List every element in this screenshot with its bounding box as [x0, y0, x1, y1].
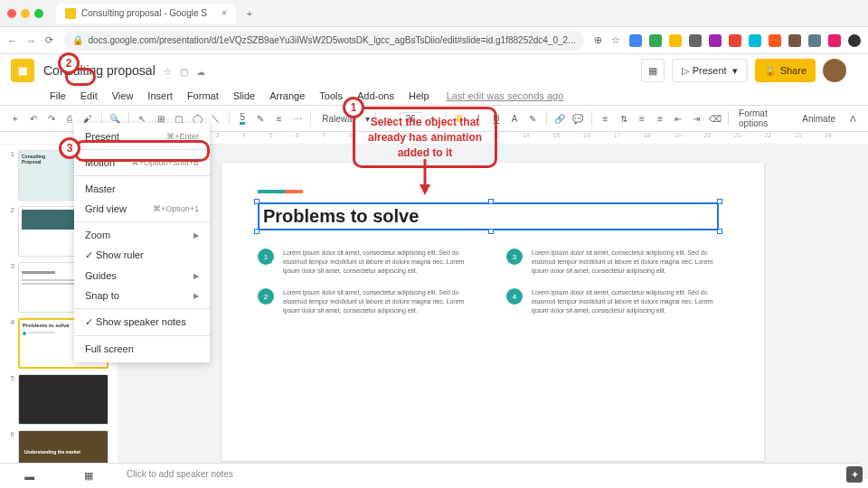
lock-icon: 🔒 [72, 35, 83, 45]
new-tab-button[interactable]: + [247, 8, 252, 19]
content-item[interactable]: 4Lorem ipsum dolor sit amet, consectetur… [506, 288, 728, 314]
profile-icon[interactable] [848, 34, 861, 47]
reload-icon[interactable]: ⟳ [45, 33, 54, 48]
browser-address-bar: ← → ⟳ 🔒 docs.google.com/presentation/d/1… [0, 27, 868, 54]
selection-handle[interactable] [717, 229, 722, 234]
comment-history-icon[interactable]: ▦ [641, 59, 665, 82]
account-avatar[interactable] [823, 59, 846, 82]
ext-icon[interactable] [629, 34, 642, 47]
close-window-icon[interactable] [7, 9, 16, 18]
ext-icon[interactable] [788, 34, 801, 47]
clear-format-icon[interactable]: ⌫ [707, 109, 722, 127]
menu-slide[interactable]: Slide [227, 89, 261, 103]
ext-icon[interactable] [769, 34, 781, 47]
ext-icon[interactable] [689, 34, 702, 47]
menu-edit[interactable]: Edit [74, 89, 104, 103]
comment-icon[interactable]: 💬 [571, 109, 586, 127]
grid-view-icon[interactable]: ▦ [84, 470, 93, 482]
menu-view[interactable]: View [106, 89, 140, 103]
menu-guides[interactable]: Guides▶ [74, 266, 210, 286]
menu-file[interactable]: File [43, 89, 72, 103]
forward-icon[interactable]: → [26, 33, 36, 48]
selection-handle[interactable] [254, 229, 259, 234]
slide-title-textbox[interactable]: Problems to solve [258, 202, 719, 230]
format-options-button[interactable]: Format options [734, 108, 795, 128]
line-spacing-icon[interactable]: ⇅ [616, 109, 631, 127]
selection-handle[interactable] [254, 199, 259, 204]
menu-format[interactable]: Format [181, 89, 225, 103]
animate-button[interactable]: Animate [797, 114, 840, 124]
menu-snapto[interactable]: Snap to▶ [74, 286, 210, 305]
cloud-status-icon[interactable]: ☁ [196, 67, 205, 77]
align-icon[interactable]: ≡ [598, 109, 613, 127]
ext-icon[interactable] [649, 34, 662, 47]
ext-icon[interactable] [669, 34, 682, 47]
menu-help[interactable]: Help [402, 89, 436, 103]
line-icon[interactable]: ＼ [208, 109, 223, 127]
indent-dec-icon[interactable]: ⇤ [671, 109, 686, 127]
content-item[interactable]: 3Lorem ipsum dolor sit amet, consectetur… [506, 249, 728, 275]
menu-speakernotes[interactable]: ✓ Show speaker notes [74, 312, 210, 333]
slide-canvas[interactable]: Problems to solve 1Lorem ipsum dolor sit… [118, 145, 868, 479]
present-button[interactable]: ▷Present▾ [672, 59, 748, 82]
selection-handle[interactable] [488, 229, 494, 234]
border-weight-icon[interactable]: ≡ [271, 109, 287, 127]
undo-icon[interactable]: ↶ [25, 109, 41, 127]
ext-icon[interactable] [729, 34, 741, 47]
url-field[interactable]: 🔒 docs.google.com/presentation/d/1eVQzSZ… [63, 31, 585, 51]
list-number-icon[interactable]: ≡ [634, 109, 649, 127]
selection-handle[interactable] [488, 199, 494, 204]
slides-logo-icon[interactable]: ▦ [11, 59, 34, 82]
menu-arrange[interactable]: Arrange [263, 89, 311, 103]
menu-insert[interactable]: Insert [141, 89, 179, 103]
zoom-indicator-icon[interactable]: ⊕ [593, 33, 602, 48]
explore-icon[interactable]: ✦ [846, 466, 863, 483]
speaker-notes[interactable]: Click to add speaker notes [118, 463, 859, 488]
indent-inc-icon[interactable]: ⇥ [689, 109, 704, 127]
highlight-icon[interactable]: ✎ [525, 109, 541, 127]
menu-showruler[interactable]: ✓ Show ruler [74, 245, 210, 266]
menu-zoom[interactable]: Zoom▶ [74, 225, 210, 245]
star-icon[interactable]: ☆ [611, 33, 620, 48]
close-tab-icon[interactable]: × [222, 8, 227, 18]
menubar: File Edit View Insert Format Slide Arran… [0, 87, 868, 105]
window-controls [7, 9, 43, 18]
content-item[interactable]: 2Lorem ipsum dolor sit amet, consectetur… [258, 288, 479, 314]
menu-fullscreen[interactable]: Full screen [74, 339, 210, 359]
move-doc-icon[interactable]: ▢ [180, 67, 188, 77]
last-edit-link[interactable]: Last edit was seconds ago [447, 90, 564, 101]
star-doc-icon[interactable]: ☆ [164, 67, 172, 77]
arrow-icon [416, 159, 434, 195]
maximize-window-icon[interactable] [34, 9, 43, 18]
minimize-window-icon[interactable] [21, 9, 30, 18]
content-item[interactable]: 1Lorem ipsum dolor sit amet, consectetur… [258, 249, 479, 275]
slide-thumb[interactable]: 5 [5, 374, 112, 425]
selection-handle[interactable] [717, 199, 722, 204]
app-header: ▦ Consulting proposal ☆ ▢ ☁ ▦ ▷Present▾ … [0, 54, 868, 87]
callout-badge: 2 [58, 52, 80, 74]
filmstrip-view-icon[interactable]: ▬ [24, 471, 34, 482]
menu-master[interactable]: Master [74, 179, 210, 199]
border-dash-icon[interactable]: ⋯ [289, 109, 305, 127]
url-text: docs.google.com/presentation/d/1eVQzSZB9… [89, 35, 576, 45]
collapse-toolbar-icon[interactable]: ᐱ [845, 109, 861, 127]
menu-gridview[interactable]: Grid view⌘+Option+1 [74, 199, 210, 219]
share-button[interactable]: 🔒Share [755, 59, 816, 82]
tab-title: Consulting proposal - Google S [81, 8, 207, 18]
browser-tab-bar: Consulting proposal - Google S × + [0, 0, 868, 27]
ext-icon[interactable] [828, 34, 841, 47]
link-icon[interactable]: 🔗 [552, 109, 568, 127]
ext-icon[interactable] [749, 34, 761, 47]
fill-color-icon[interactable]: 5 [235, 109, 250, 127]
redo-icon[interactable]: ↷ [43, 109, 59, 127]
list-bullet-icon[interactable]: ≡ [652, 109, 667, 127]
view-switcher: ▬ ▦ [0, 463, 118, 488]
text-color-icon[interactable]: A [506, 109, 522, 127]
new-slide-icon[interactable]: + [7, 109, 23, 127]
browser-tab[interactable]: Consulting proposal - Google S × [56, 4, 236, 23]
border-color-icon[interactable]: ✎ [253, 109, 269, 127]
ext-icon[interactable] [709, 34, 722, 47]
extension-icons [629, 34, 861, 47]
back-icon[interactable]: ← [7, 33, 17, 48]
ext-icon[interactable] [808, 34, 821, 47]
